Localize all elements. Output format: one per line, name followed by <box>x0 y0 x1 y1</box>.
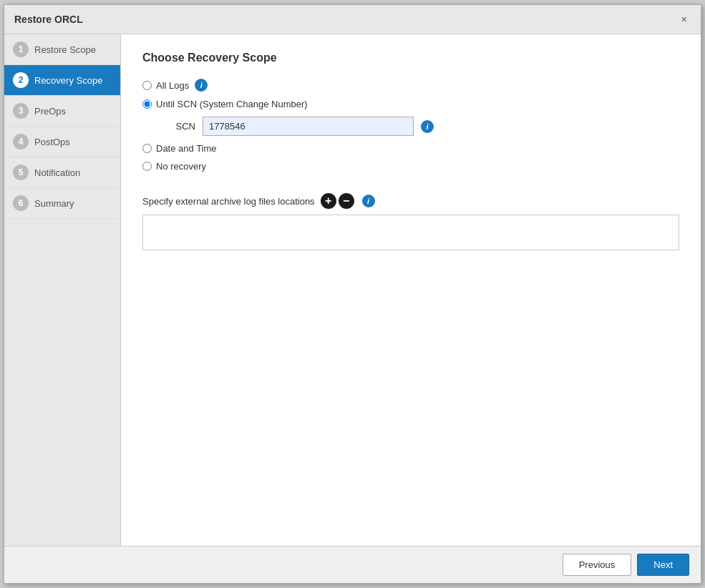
dialog-title: Restore ORCL <box>14 14 83 25</box>
restore-dialog: Restore ORCL × 1 Restore Scope 2 Recover… <box>4 4 701 584</box>
until-scn-radio[interactable] <box>142 99 152 109</box>
date-time-row: Date and Time <box>142 143 679 154</box>
step-num-6: 6 <box>13 195 29 211</box>
sidebar-label-recovery-scope: Recovery Scope <box>34 75 102 86</box>
sidebar-item-postops[interactable]: 4 PostOps <box>4 127 120 157</box>
sidebar-item-summary[interactable]: 6 Summary <box>4 188 120 219</box>
no-recovery-radio[interactable] <box>142 162 152 171</box>
until-scn-label[interactable]: Until SCN (System Change Number) <box>156 99 308 109</box>
sidebar-label-summary: Summary <box>34 198 74 209</box>
sidebar-label-preops: PreOps <box>34 106 66 117</box>
next-button[interactable]: Next <box>637 554 689 576</box>
dialog-footer: Previous Next <box>4 546 701 583</box>
scn-row: SCN i <box>160 117 679 136</box>
all-logs-label[interactable]: All Logs <box>156 80 189 91</box>
previous-button[interactable]: Previous <box>563 554 632 576</box>
dialog-body: 1 Restore Scope 2 Recovery Scope 3 PreOp… <box>4 34 701 546</box>
scn-info-icon[interactable]: i <box>421 120 434 133</box>
all-logs-info-icon[interactable]: i <box>195 79 208 92</box>
sidebar-label-notification: Notification <box>34 167 80 178</box>
sidebar-label-restore-scope: Restore Scope <box>34 44 96 55</box>
step-num-5: 5 <box>13 165 29 180</box>
step-num-1: 1 <box>13 41 29 57</box>
close-button[interactable]: × <box>678 12 691 26</box>
until-scn-row: Until SCN (System Change Number) <box>142 99 679 109</box>
all-logs-row: All Logs i <box>142 79 679 92</box>
step-num-3: 3 <box>13 103 29 119</box>
section-title: Choose Recovery Scope <box>142 52 679 64</box>
sidebar: 1 Restore Scope 2 Recovery Scope 3 PreOp… <box>4 34 121 546</box>
sidebar-item-notification[interactable]: 5 Notification <box>4 157 120 188</box>
main-content: Choose Recovery Scope All Logs i Until S… <box>121 34 701 546</box>
archive-textarea[interactable] <box>142 215 679 250</box>
no-recovery-label[interactable]: No recovery <box>156 161 206 172</box>
step-num-4: 4 <box>13 134 29 150</box>
archive-remove-button[interactable]: − <box>339 193 354 209</box>
sidebar-item-preops[interactable]: 3 PreOps <box>4 96 120 127</box>
scn-input[interactable] <box>203 117 414 136</box>
all-logs-radio[interactable] <box>142 81 152 90</box>
scn-label: SCN <box>160 121 195 132</box>
archive-section: Specify external archive log files locat… <box>142 193 679 253</box>
sidebar-label-postops: PostOps <box>34 137 70 147</box>
sidebar-item-recovery-scope[interactable]: 2 Recovery Scope <box>4 65 120 96</box>
archive-label: Specify external archive log files locat… <box>142 196 315 207</box>
date-time-radio[interactable] <box>142 144 152 153</box>
no-recovery-row: No recovery <box>142 161 679 172</box>
sidebar-item-restore-scope[interactable]: 1 Restore Scope <box>4 34 120 65</box>
date-time-label[interactable]: Date and Time <box>156 143 217 154</box>
dialog-header: Restore ORCL × <box>4 5 701 34</box>
archive-header: Specify external archive log files locat… <box>142 193 679 209</box>
archive-info-icon[interactable]: i <box>362 195 375 207</box>
step-num-2: 2 <box>13 72 29 88</box>
archive-add-button[interactable]: + <box>321 193 336 209</box>
